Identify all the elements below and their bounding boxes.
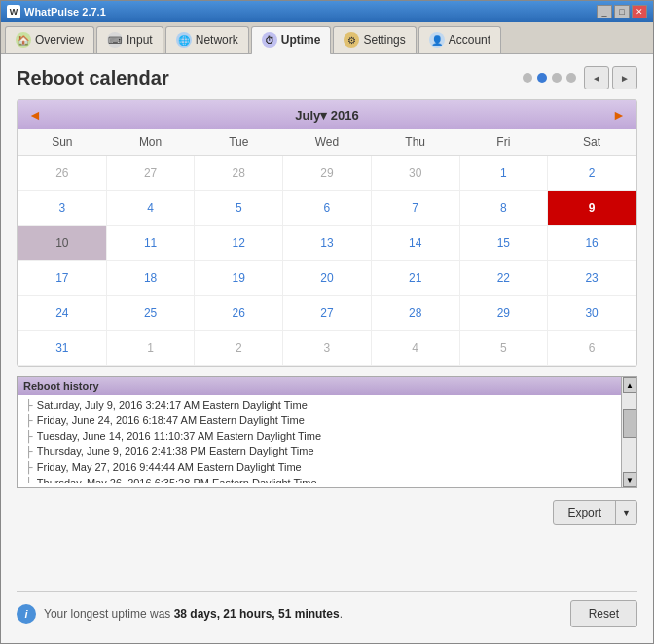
calendar-cell-2-6[interactable]: 16 — [548, 226, 636, 261]
history-item-3[interactable]: Thursday, June 9, 2016 2:41:38 PM Easter… — [21, 444, 633, 459]
calendar-cell-3-3[interactable]: 20 — [283, 261, 372, 296]
nav-arrows: ◄ ► — [584, 66, 637, 89]
tab-uptime[interactable]: ⏱ Uptime — [251, 26, 332, 54]
overview-icon: 🏠 — [16, 32, 31, 48]
scrollbar-thumb[interactable] — [623, 409, 636, 438]
calendar-cell-4-0[interactable]: 24 — [18, 296, 107, 331]
day-fri: Fri — [459, 129, 548, 156]
calendar-cell-4-6[interactable]: 30 — [548, 296, 636, 331]
calendar-cell-0-4[interactable]: 30 — [371, 156, 459, 191]
calendar-cell-5-1[interactable]: 1 — [106, 331, 195, 366]
tab-bar: 🏠 Overview ⌨ Input 🌐 Network ⏱ Uptime ⚙ … — [1, 22, 653, 54]
calendar-cell-2-1[interactable]: 11 — [106, 226, 195, 261]
calendar-cell-2-3[interactable]: 13 — [283, 226, 372, 261]
calendar-month-title: July▾ 2016 — [295, 108, 359, 123]
calendar-cell-0-3[interactable]: 29 — [283, 156, 372, 191]
tab-account[interactable]: 👤 Account — [418, 26, 501, 53]
header-right: ◄ ► — [523, 66, 637, 89]
tab-overview[interactable]: 🏠 Overview — [5, 26, 94, 53]
history-item-1[interactable]: Friday, June 24, 2016 6:18:47 AM Eastern… — [21, 412, 633, 428]
calendar-prev[interactable]: ◄ — [25, 105, 45, 125]
maximize-button[interactable]: □ — [614, 5, 630, 18]
calendar-cell-4-5[interactable]: 29 — [459, 296, 548, 331]
export-button[interactable]: Export ▼ — [553, 500, 637, 525]
calendar-cell-4-4[interactable]: 28 — [371, 296, 459, 331]
history-item-0[interactable]: Saturday, July 9, 2016 3:24:17 AM Easter… — [21, 397, 633, 412]
tab-network-label: Network — [196, 33, 238, 47]
calendar-cell-3-0[interactable]: 17 — [18, 261, 107, 296]
calendar-cell-1-4[interactable]: 7 — [371, 191, 459, 226]
calendar-cell-1-6[interactable]: 9 — [548, 191, 636, 226]
calendar-cell-0-2[interactable]: 28 — [195, 156, 283, 191]
calendar-cell-3-5[interactable]: 22 — [459, 261, 548, 296]
history-item-4[interactable]: Friday, May 27, 2016 9:44:44 AM Eastern … — [21, 459, 633, 475]
calendar-cell-1-5[interactable]: 8 — [459, 191, 548, 226]
page-header: Reboot calendar ◄ ► — [17, 66, 637, 89]
next-arrow[interactable]: ► — [612, 66, 637, 89]
minimize-button[interactable]: _ — [597, 5, 612, 18]
calendar-cell-3-1[interactable]: 18 — [106, 261, 195, 296]
calendar-week-4: 24252627282930 — [18, 296, 636, 331]
scrollbar[interactable]: ▲ ▼ — [621, 377, 636, 487]
calendar-cell-3-6[interactable]: 23 — [548, 261, 636, 296]
calendar-cell-2-0[interactable]: 10 — [18, 226, 107, 261]
status-text-before: Your longest uptime was — [44, 607, 174, 621]
tab-settings-label: Settings — [363, 33, 405, 47]
status-bar: i Your longest uptime was 38 days, 21 ho… — [17, 591, 637, 631]
calendar-cell-1-2[interactable]: 5 — [195, 191, 283, 226]
calendar-cell-5-6[interactable]: 6 — [548, 331, 636, 366]
dot-3[interactable] — [552, 73, 562, 83]
calendar-cell-0-1[interactable]: 27 — [106, 156, 195, 191]
calendar-day-headers: Sun Mon Tue Wed Thu Fri Sat — [18, 129, 636, 156]
export-dropdown-arrow[interactable]: ▼ — [616, 503, 636, 522]
calendar-cell-1-0[interactable]: 3 — [18, 191, 107, 226]
dot-2[interactable] — [537, 73, 547, 83]
calendar-cell-1-1[interactable]: 4 — [106, 191, 195, 226]
calendar-cell-3-2[interactable]: 19 — [195, 261, 283, 296]
calendar-cell-2-4[interactable]: 14 — [371, 226, 459, 261]
history-item-5[interactable]: Thursday, May 26, 2016 6:35:28 PM Easter… — [21, 475, 633, 483]
calendar-cell-4-2[interactable]: 26 — [195, 296, 283, 331]
calendar-cell-2-2[interactable]: 12 — [195, 226, 283, 261]
calendar-cell-5-2[interactable]: 2 — [195, 331, 283, 366]
prev-arrow[interactable]: ◄ — [584, 66, 609, 89]
window-controls: _ □ ✕ — [597, 5, 647, 18]
history-box: Reboot history Saturday, July 9, 2016 3:… — [17, 376, 637, 488]
page-dots — [523, 73, 576, 83]
export-label[interactable]: Export — [554, 501, 616, 524]
calendar-cell-5-0[interactable]: 31 — [18, 331, 107, 366]
calendar-cell-3-4[interactable]: 21 — [371, 261, 459, 296]
calendar-header: ◄ July▾ 2016 ► — [18, 100, 636, 129]
tab-settings[interactable]: ⚙ Settings — [333, 26, 416, 53]
history-content[interactable]: Saturday, July 9, 2016 3:24:17 AM Easter… — [18, 395, 636, 483]
calendar-week-5: 31123456 — [18, 331, 636, 366]
reset-button[interactable]: Reset — [570, 600, 637, 627]
calendar-cell-1-3[interactable]: 6 — [283, 191, 372, 226]
tab-input[interactable]: ⌨ Input — [96, 26, 164, 53]
dot-4[interactable] — [566, 73, 576, 83]
tab-input-label: Input — [127, 33, 153, 47]
calendar-cell-4-1[interactable]: 25 — [106, 296, 195, 331]
calendar-cell-0-6[interactable]: 2 — [548, 156, 636, 191]
calendar-cell-5-4[interactable]: 4 — [371, 331, 459, 366]
calendar-next[interactable]: ► — [609, 105, 629, 125]
calendar-cell-0-0[interactable]: 26 — [18, 156, 107, 191]
scrollbar-down[interactable]: ▼ — [623, 472, 636, 487]
tab-overview-label: Overview — [35, 33, 84, 47]
tab-uptime-label: Uptime — [281, 33, 321, 47]
dot-1[interactable] — [523, 73, 532, 83]
calendar-cell-5-5[interactable]: 5 — [459, 331, 548, 366]
day-thu: Thu — [371, 129, 459, 156]
close-button[interactable]: ✕ — [632, 5, 647, 18]
scrollbar-up[interactable]: ▲ — [623, 377, 636, 393]
calendar-cell-5-3[interactable]: 3 — [283, 331, 372, 366]
day-sat: Sat — [548, 129, 636, 156]
calendar-cell-0-5[interactable]: 1 — [459, 156, 548, 191]
main-content: Reboot calendar ◄ ► ◄ July▾ 2016 — [1, 54, 653, 643]
calendar-body: 2627282930123456789101112131415161718192… — [18, 156, 636, 366]
calendar-cell-4-3[interactable]: 27 — [283, 296, 372, 331]
history-item-2[interactable]: Tuesday, June 14, 2016 11:10:37 AM Easte… — [21, 428, 633, 444]
day-mon: Mon — [106, 129, 195, 156]
calendar-cell-2-5[interactable]: 15 — [459, 226, 548, 261]
tab-network[interactable]: 🌐 Network — [165, 26, 249, 53]
